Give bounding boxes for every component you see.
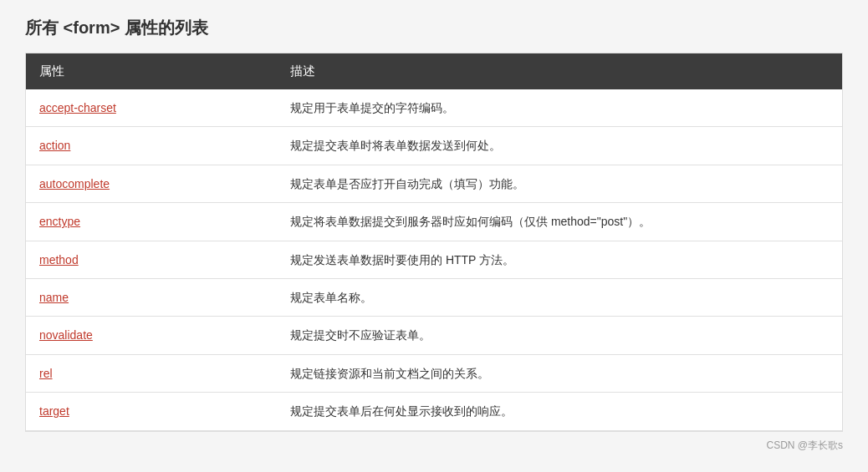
- table-row: rel规定链接资源和当前文档之间的关系。: [26, 354, 842, 392]
- col-header-description: 描述: [277, 53, 842, 89]
- description-cell: 规定表单名称。: [277, 278, 842, 316]
- attribute-link[interactable]: target: [39, 404, 69, 418]
- attribute-link[interactable]: action: [39, 139, 70, 152]
- watermark: CSDN @李长歌s: [25, 439, 843, 453]
- description-cell: 规定链接资源和当前文档之间的关系。: [277, 354, 842, 392]
- description-cell: 规定提交表单时将表单数据发送到何处。: [277, 127, 842, 165]
- attribute-cell: action: [26, 127, 277, 165]
- table-row: target规定提交表单后在何处显示接收到的响应。: [26, 393, 842, 430]
- table-row: action规定提交表单时将表单数据发送到何处。: [26, 127, 842, 165]
- description-cell: 规定发送表单数据时要使用的 HTTP 方法。: [277, 241, 842, 278]
- table-header-row: 属性 描述: [26, 53, 842, 89]
- attribute-link[interactable]: name: [39, 291, 69, 304]
- attribute-cell: name: [26, 278, 277, 316]
- attribute-cell: autocomplete: [26, 165, 277, 202]
- attribute-link[interactable]: novalidate: [39, 328, 93, 342]
- page-title: 所有 <form> 属性的列表: [25, 17, 843, 39]
- attribute-table-container: 属性 描述 accept-charset规定用于表单提交的字符编码。action…: [25, 53, 843, 432]
- table-row: novalidate规定提交时不应验证表单。: [26, 317, 842, 354]
- attribute-cell: target: [26, 393, 277, 430]
- table-row: enctype规定将表单数据提交到服务器时应如何编码（仅供 method="po…: [26, 203, 842, 241]
- description-cell: 规定提交时不应验证表单。: [277, 317, 842, 354]
- attribute-link[interactable]: autocomplete: [39, 177, 110, 190]
- col-header-attribute: 属性: [26, 53, 277, 89]
- attribute-link[interactable]: method: [39, 253, 79, 266]
- attribute-link[interactable]: rel: [39, 367, 53, 380]
- attribute-cell: method: [26, 241, 277, 278]
- table-row: name规定表单名称。: [26, 278, 842, 316]
- attribute-cell: rel: [26, 354, 277, 392]
- description-cell: 规定将表单数据提交到服务器时应如何编码（仅供 method="post"）。: [277, 203, 842, 241]
- description-cell: 规定表单是否应打开自动完成（填写）功能。: [277, 165, 842, 202]
- attribute-link[interactable]: accept-charset: [39, 101, 116, 114]
- description-cell: 规定提交表单后在何处显示接收到的响应。: [277, 393, 842, 430]
- table-row: accept-charset规定用于表单提交的字符编码。: [26, 89, 842, 127]
- table-row: autocomplete规定表单是否应打开自动完成（填写）功能。: [26, 165, 842, 202]
- table-row: method规定发送表单数据时要使用的 HTTP 方法。: [26, 241, 842, 278]
- attribute-table: 属性 描述 accept-charset规定用于表单提交的字符编码。action…: [26, 53, 842, 431]
- attribute-cell: novalidate: [26, 317, 277, 354]
- attribute-cell: enctype: [26, 203, 277, 241]
- attribute-link[interactable]: enctype: [39, 215, 80, 228]
- description-cell: 规定用于表单提交的字符编码。: [277, 89, 842, 127]
- attribute-cell: accept-charset: [26, 89, 277, 127]
